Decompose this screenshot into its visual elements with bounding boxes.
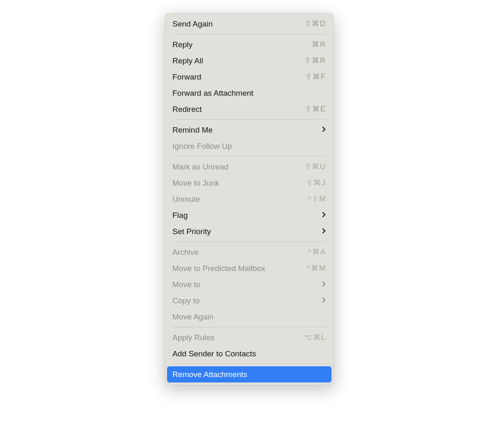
menu-item-mark-as-unread: Mark as Unread⇧⌘U — [165, 159, 334, 175]
menu-item-unmute: Unmute^⇧M — [165, 191, 334, 207]
menu-item-archive: Archive^⌘A — [165, 244, 334, 260]
menu-divider — [172, 119, 326, 120]
menu-item-label: Mark as Unread — [172, 161, 228, 172]
menu-item-shortcut: ⇧⌘D — [305, 18, 326, 29]
menu-item-label: Forward — [172, 71, 201, 82]
menu-item-shortcut: ⇧⌘E — [305, 104, 326, 115]
chevron-right-icon — [322, 124, 326, 135]
menu-item-apply-rules: Apply Rules⌥⌘L — [165, 329, 334, 346]
menu-item-ignore-follow-up: Ignore Follow Up — [165, 138, 334, 154]
menu-item-flag[interactable]: Flag — [165, 207, 334, 223]
menu-item-shortcut: ⇧⌘R — [305, 55, 326, 66]
menu-item-forward-as-attachment[interactable]: Forward as Attachment — [165, 85, 334, 101]
menu-item-label: Move Again — [172, 311, 213, 322]
menu-item-label: Remind Me — [172, 124, 213, 135]
menu-item-shortcut: ⇧⌘J — [306, 177, 326, 189]
menu-item-label: Redirect — [172, 104, 202, 115]
chevron-right-icon — [322, 295, 326, 306]
menu-item-send-again[interactable]: Send Again⇧⌘D — [165, 16, 334, 32]
menu-divider — [172, 327, 326, 327]
menu-item-label: Apply Rules — [172, 332, 214, 343]
menu-item-reply-all[interactable]: Reply All⇧⌘R — [165, 53, 334, 69]
menu-item-label: Set Priority — [172, 226, 211, 237]
menu-item-remove-attachments[interactable]: Remove Attachments — [167, 366, 332, 382]
menu-item-label: Move to Junk — [172, 177, 219, 189]
chevron-right-icon — [322, 226, 326, 237]
menu-item-label: Archive — [172, 247, 199, 258]
menu-divider — [172, 156, 326, 157]
menu-divider — [172, 364, 326, 364]
menu-item-move-to-predicted-mailbox: Move to Predicted Mailbox^⌘M — [165, 260, 334, 276]
menu-divider — [172, 242, 326, 242]
menu-item-shortcut: ^⇧M — [308, 194, 326, 205]
menu-item-shortcut: ⌘R — [312, 39, 326, 50]
menu-item-add-sender-to-contacts[interactable]: Add Sender to Contacts — [165, 346, 334, 362]
menu-item-shortcut: ⇧⌘F — [305, 71, 326, 82]
menu-item-shortcut: ^⌘A — [308, 247, 326, 258]
chevron-right-icon — [322, 210, 326, 221]
context-menu: Send Again⇧⌘DReply⌘RReply All⇧⌘RForward⇧… — [165, 13, 334, 385]
menu-item-shortcut: ⇧⌘U — [305, 161, 326, 172]
menu-item-label: Flag — [172, 210, 188, 221]
menu-divider — [172, 34, 326, 34]
menu-item-label: Move to Predicted Mailbox — [172, 263, 265, 274]
menu-item-shortcut: ^⌘M — [307, 263, 326, 274]
menu-item-remind-me[interactable]: Remind Me — [165, 122, 334, 138]
chevron-right-icon — [322, 279, 326, 290]
menu-item-copy-to: Copy to — [165, 293, 334, 309]
menu-item-move-again: Move Again — [165, 309, 334, 325]
menu-item-move-to: Move to — [165, 276, 334, 293]
menu-item-label: Ignore Follow Up — [172, 140, 232, 152]
menu-item-reply[interactable]: Reply⌘R — [165, 36, 334, 53]
menu-item-label: Copy to — [172, 295, 199, 306]
menu-item-shortcut: ⌥⌘L — [303, 332, 326, 343]
menu-item-label: Unmute — [172, 194, 200, 205]
menu-item-label: Forward as Attachment — [172, 87, 253, 99]
menu-item-forward[interactable]: Forward⇧⌘F — [165, 69, 334, 85]
menu-item-move-to-junk: Move to Junk⇧⌘J — [165, 175, 334, 191]
menu-item-label: Reply — [172, 39, 193, 50]
menu-item-redirect[interactable]: Redirect⇧⌘E — [165, 101, 334, 117]
menu-item-label: Reply All — [172, 55, 203, 66]
menu-item-label: Move to — [172, 279, 201, 290]
menu-item-label: Remove Attachments — [172, 369, 247, 380]
menu-item-set-priority[interactable]: Set Priority — [165, 223, 334, 240]
menu-item-label: Add Sender to Contacts — [172, 348, 256, 359]
menu-item-label: Send Again — [172, 18, 213, 29]
